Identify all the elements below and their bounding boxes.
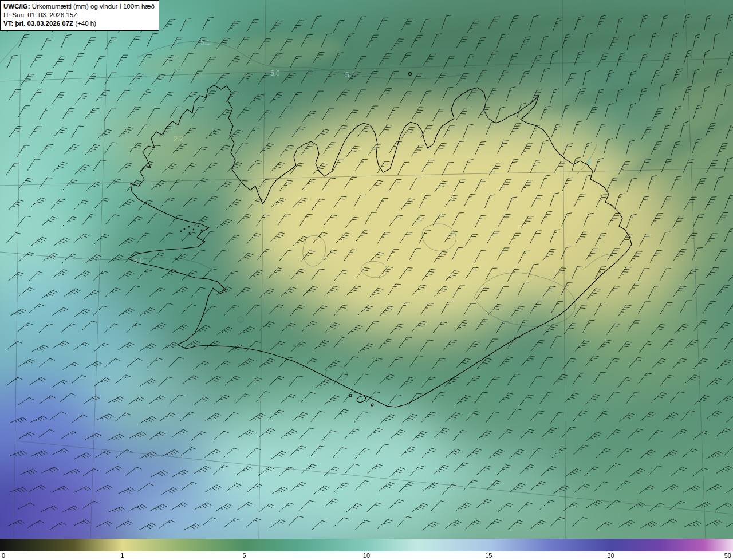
contour-value-label: 2.2 bbox=[174, 135, 183, 143]
colorbar-tick-label: 15 bbox=[485, 552, 492, 559]
map-title: Úrkomumætti (mm) og vindur í 100m hæð bbox=[30, 3, 155, 10]
contour-value-label: 5.1 bbox=[345, 71, 355, 79]
colorbar-tick-label: 30 bbox=[608, 552, 614, 559]
colorbar-labels: 01510153050 bbox=[0, 551, 733, 560]
weather-map-viewport: 5.15.05.12.2.85.0 UWC/IG: Úrkomumætti (m… bbox=[0, 0, 733, 560]
weather-map: 5.15.05.12.2.85.0 bbox=[0, 0, 733, 539]
colorbar-tick-label: 1 bbox=[120, 552, 124, 559]
init-time: IT: Sun. 01. 03. 2026 15Z bbox=[3, 11, 155, 19]
colorbar-tick-label: 50 bbox=[724, 552, 731, 559]
model-name: UWC/IG: bbox=[3, 3, 30, 10]
contour-value-label: 5.0 bbox=[270, 69, 280, 77]
colorbar-tick-label: 5 bbox=[243, 552, 246, 559]
map-title-box: UWC/IG: Úrkomumætti (mm) og vindur í 100… bbox=[0, 0, 159, 31]
colorbar: 01510153050 bbox=[0, 539, 733, 560]
title-line: UWC/IG: Úrkomumætti (mm) og vindur í 100… bbox=[3, 2, 155, 11]
colorbar-gradient bbox=[0, 539, 733, 551]
forecast-offset: (+40 h) bbox=[73, 20, 96, 27]
colorbar-tick-label: 10 bbox=[363, 552, 370, 559]
contour-value-label: 5.0 bbox=[134, 257, 144, 265]
valid-time: VT: þri. 03.03.2026 07Z bbox=[3, 20, 73, 27]
contour-value-label: .8 bbox=[585, 158, 591, 166]
contour-value-label: 5.1 bbox=[200, 38, 210, 46]
colorbar-tick-label: 0 bbox=[2, 552, 5, 559]
valid-time-line: VT: þri. 03.03.2026 07Z (+40 h) bbox=[3, 19, 155, 28]
